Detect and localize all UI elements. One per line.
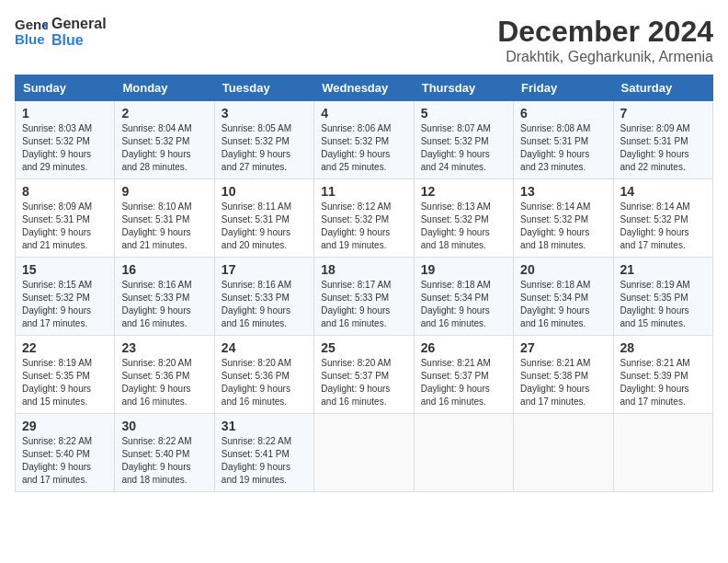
calendar-week-3: 15 Sunrise: 8:15 AMSunset: 5:32 PMDaylig… <box>16 258 713 336</box>
day-number: 27 <box>520 340 606 355</box>
day-info: Sunrise: 8:22 AMSunset: 5:41 PMDaylight:… <box>222 436 291 485</box>
day-info: Sunrise: 8:18 AMSunset: 5:34 PMDaylight:… <box>421 280 491 328</box>
header-row: Sunday Monday Tuesday Wednesday Thursday… <box>16 75 713 101</box>
day-info: Sunrise: 8:09 AMSunset: 5:31 PMDaylight:… <box>22 201 92 250</box>
day-number: 29 <box>22 419 108 433</box>
day-number: 22 <box>22 340 108 355</box>
day-info: Sunrise: 8:22 AMSunset: 5:40 PMDaylight:… <box>22 436 92 485</box>
day-number: 18 <box>321 262 406 277</box>
day-number: 11 <box>321 184 406 199</box>
calendar-cell: 4 Sunrise: 8:06 AMSunset: 5:32 PMDayligh… <box>314 101 414 179</box>
header-friday: Friday <box>514 75 613 101</box>
calendar-cell <box>613 414 712 492</box>
calendar-cell: 29 Sunrise: 8:22 AMSunset: 5:40 PMDaylig… <box>16 414 115 492</box>
day-number: 1 <box>22 106 108 121</box>
day-info: Sunrise: 8:17 AMSunset: 5:33 PMDaylight:… <box>321 280 391 328</box>
day-number: 2 <box>121 106 207 121</box>
day-info: Sunrise: 8:07 AMSunset: 5:32 PMDaylight:… <box>421 123 491 172</box>
day-info: Sunrise: 8:03 AMSunset: 5:32 PMDaylight:… <box>22 123 92 172</box>
day-number: 26 <box>421 340 506 355</box>
day-number: 23 <box>121 340 207 355</box>
day-number: 12 <box>421 184 506 199</box>
day-info: Sunrise: 8:15 AMSunset: 5:32 PMDaylight:… <box>22 280 92 328</box>
day-number: 20 <box>520 262 606 277</box>
day-number: 8 <box>22 184 108 199</box>
calendar-cell: 5 Sunrise: 8:07 AMSunset: 5:32 PMDayligh… <box>414 101 513 179</box>
calendar-cell: 9 Sunrise: 8:10 AMSunset: 5:31 PMDayligh… <box>115 179 214 258</box>
calendar-cell: 3 Sunrise: 8:05 AMSunset: 5:32 PMDayligh… <box>214 101 313 179</box>
day-number: 13 <box>520 184 606 199</box>
calendar-cell: 11 Sunrise: 8:12 AMSunset: 5:32 PMDaylig… <box>314 179 414 258</box>
day-info: Sunrise: 8:12 AMSunset: 5:32 PMDaylight:… <box>321 201 391 250</box>
calendar-week-4: 22 Sunrise: 8:19 AMSunset: 5:35 PMDaylig… <box>16 336 713 414</box>
day-info: Sunrise: 8:16 AMSunset: 5:33 PMDaylight:… <box>121 280 191 328</box>
calendar-cell <box>414 414 513 492</box>
logo-blue: Blue <box>51 32 107 49</box>
calendar-week-1: 1 Sunrise: 8:03 AMSunset: 5:32 PMDayligh… <box>16 101 713 179</box>
location-title: Drakhtik, Gegharkunik, Armenia <box>497 49 713 65</box>
calendar-cell: 1 Sunrise: 8:03 AMSunset: 5:32 PMDayligh… <box>16 101 115 179</box>
day-number: 16 <box>121 262 207 277</box>
header-monday: Monday <box>115 75 214 101</box>
day-number: 19 <box>421 262 506 277</box>
day-number: 30 <box>121 419 207 433</box>
calendar-cell: 13 Sunrise: 8:14 AMSunset: 5:32 PMDaylig… <box>514 179 613 258</box>
day-number: 6 <box>520 106 606 121</box>
day-info: Sunrise: 8:08 AMSunset: 5:31 PMDaylight:… <box>520 123 590 172</box>
day-info: Sunrise: 8:13 AMSunset: 5:32 PMDaylight:… <box>421 201 491 250</box>
day-number: 15 <box>22 262 108 277</box>
day-number: 10 <box>222 184 307 199</box>
day-info: Sunrise: 8:16 AMSunset: 5:33 PMDaylight:… <box>222 280 291 328</box>
header-sunday: Sunday <box>16 75 115 101</box>
day-number: 24 <box>222 340 307 355</box>
day-info: Sunrise: 8:14 AMSunset: 5:32 PMDaylight:… <box>520 201 590 250</box>
day-number: 17 <box>222 262 307 277</box>
calendar-cell <box>514 414 613 492</box>
day-info: Sunrise: 8:11 AMSunset: 5:31 PMDaylight:… <box>222 201 291 250</box>
calendar-cell: 31 Sunrise: 8:22 AMSunset: 5:41 PMDaylig… <box>214 414 313 492</box>
calendar-header: Sunday Monday Tuesday Wednesday Thursday… <box>16 75 713 101</box>
calendar-cell: 24 Sunrise: 8:20 AMSunset: 5:36 PMDaylig… <box>214 336 313 414</box>
day-info: Sunrise: 8:18 AMSunset: 5:34 PMDaylight:… <box>520 280 590 328</box>
day-info: Sunrise: 8:19 AMSunset: 5:35 PMDaylight:… <box>620 280 690 328</box>
calendar-cell: 23 Sunrise: 8:20 AMSunset: 5:36 PMDaylig… <box>115 336 214 414</box>
calendar-table: Sunday Monday Tuesday Wednesday Thursday… <box>15 75 713 492</box>
day-info: Sunrise: 8:10 AMSunset: 5:31 PMDaylight:… <box>121 201 191 250</box>
calendar-body: 1 Sunrise: 8:03 AMSunset: 5:32 PMDayligh… <box>16 101 713 492</box>
day-info: Sunrise: 8:20 AMSunset: 5:36 PMDaylight:… <box>222 358 291 407</box>
day-info: Sunrise: 8:20 AMSunset: 5:37 PMDaylight:… <box>321 358 391 407</box>
logo-general: General <box>51 16 107 32</box>
calendar-cell: 21 Sunrise: 8:19 AMSunset: 5:35 PMDaylig… <box>613 258 712 336</box>
header-saturday: Saturday <box>613 75 712 101</box>
day-number: 4 <box>321 106 406 121</box>
day-number: 9 <box>121 184 207 199</box>
header-wednesday: Wednesday <box>314 75 414 101</box>
logo-icon: General Blue <box>15 15 48 48</box>
day-info: Sunrise: 8:04 AMSunset: 5:32 PMDaylight:… <box>121 123 191 172</box>
day-number: 7 <box>620 106 706 121</box>
day-number: 3 <box>222 106 307 121</box>
calendar-week-5: 29 Sunrise: 8:22 AMSunset: 5:40 PMDaylig… <box>16 414 713 492</box>
day-info: Sunrise: 8:22 AMSunset: 5:40 PMDaylight:… <box>121 436 191 485</box>
day-info: Sunrise: 8:05 AMSunset: 5:32 PMDaylight:… <box>222 123 291 172</box>
day-info: Sunrise: 8:09 AMSunset: 5:31 PMDaylight:… <box>620 123 690 172</box>
day-number: 5 <box>421 106 506 121</box>
day-info: Sunrise: 8:14 AMSunset: 5:32 PMDaylight:… <box>620 201 690 250</box>
day-number: 14 <box>620 184 706 199</box>
calendar-cell: 30 Sunrise: 8:22 AMSunset: 5:40 PMDaylig… <box>115 414 214 492</box>
calendar-cell: 2 Sunrise: 8:04 AMSunset: 5:32 PMDayligh… <box>115 101 214 179</box>
calendar-cell: 27 Sunrise: 8:21 AMSunset: 5:38 PMDaylig… <box>514 336 613 414</box>
calendar-cell: 14 Sunrise: 8:14 AMSunset: 5:32 PMDaylig… <box>613 179 712 258</box>
calendar-week-2: 8 Sunrise: 8:09 AMSunset: 5:31 PMDayligh… <box>16 179 713 258</box>
calendar-cell: 28 Sunrise: 8:21 AMSunset: 5:39 PMDaylig… <box>613 336 712 414</box>
day-number: 28 <box>620 340 706 355</box>
day-info: Sunrise: 8:19 AMSunset: 5:35 PMDaylight:… <box>22 358 92 407</box>
page-header: General Blue General Blue December 2024 … <box>15 15 713 65</box>
title-block: December 2024 Drakhtik, Gegharkunik, Arm… <box>497 15 713 65</box>
logo-text: General Blue <box>51 16 107 48</box>
day-info: Sunrise: 8:06 AMSunset: 5:32 PMDaylight:… <box>321 123 391 172</box>
calendar-cell: 8 Sunrise: 8:09 AMSunset: 5:31 PMDayligh… <box>16 179 115 258</box>
calendar-cell: 15 Sunrise: 8:15 AMSunset: 5:32 PMDaylig… <box>16 258 115 336</box>
calendar-cell: 20 Sunrise: 8:18 AMSunset: 5:34 PMDaylig… <box>514 258 613 336</box>
calendar-cell: 17 Sunrise: 8:16 AMSunset: 5:33 PMDaylig… <box>214 258 313 336</box>
